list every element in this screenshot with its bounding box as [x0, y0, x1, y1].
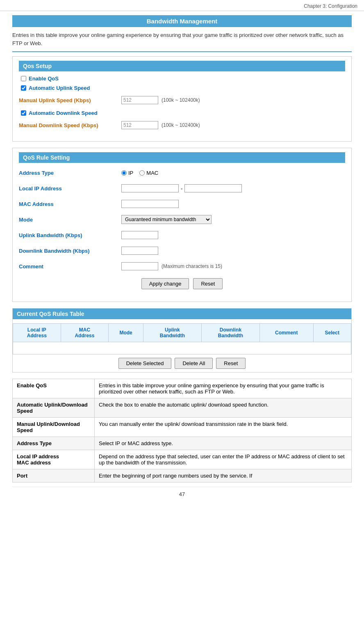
manual-uplink-row: Manual Uplink Speed (Kbps) (100k ~ 10240…	[19, 94, 345, 106]
enable-qos-label: Enable QoS	[29, 75, 59, 82]
col-downlink: DownlinkBandwidth	[201, 324, 259, 342]
page-number: 47	[12, 487, 352, 501]
comment-input[interactable]	[121, 262, 158, 270]
uplink-bw-input[interactable]	[121, 231, 158, 239]
desc-definition: Enter the beginning of port range number…	[95, 469, 352, 483]
ip-range-dash: -	[181, 185, 182, 192]
desc-table-row: Address Type Select IP or MAC address ty…	[13, 437, 352, 450]
chapter-header: Chapter 3: Configuration	[0, 0, 364, 11]
desc-definition: Depend on the address type that selected…	[95, 450, 352, 469]
desc-term: Port	[13, 469, 95, 483]
manual-uplink-label: Manual Uplink Speed (Kbps)	[19, 97, 121, 103]
current-qos-table: Local IPAddress MACAddress Mode UplinkBa…	[13, 323, 351, 354]
mode-label: Mode	[19, 217, 121, 223]
desc-definition: Entries in this table improve your onlin…	[95, 379, 352, 398]
col-local-ip: Local IPAddress	[13, 324, 61, 342]
desc-term: Address Type	[13, 437, 95, 450]
desc-definition: You can manually enter the uplink/ downl…	[95, 418, 352, 437]
desc-definition: Select IP or MAC address type.	[95, 437, 352, 450]
current-qos-table-section: Current QoS Rules Table Local IPAddress …	[12, 308, 352, 373]
manual-downlink-label: Manual Downlink Speed (Kbps)	[19, 122, 121, 128]
auto-downlink-row: Automatic Downlink Speed	[21, 110, 345, 116]
delete-selected-button[interactable]: Delete Selected	[118, 358, 172, 369]
downlink-bw-label: Downlink Bandwidth (Kbps)	[19, 248, 121, 254]
address-mac-label: MAC	[146, 170, 158, 176]
mac-address-row: MAC Address	[19, 198, 345, 210]
local-ip-label: Local IP Address	[19, 185, 121, 192]
desc-table-row: Local IP address MAC address Depend on t…	[13, 450, 352, 469]
downlink-range-hint: (100k ~ 102400k)	[162, 122, 200, 128]
comment-row: Comment (Maximum characters is 15)	[19, 261, 345, 272]
enable-qos-checkbox[interactable]	[21, 76, 26, 81]
description-table: Enable QoS Entries in this table improve…	[12, 379, 352, 483]
desc-table-row: Enable QoS Entries in this table improve…	[13, 379, 352, 398]
table-empty-row	[13, 342, 351, 354]
manual-downlink-input[interactable]	[121, 121, 158, 129]
qos-rule-title: QoS Rule Setting	[19, 152, 345, 163]
desc-term: Automatic Uplink/Download Speed	[13, 398, 95, 418]
desc-table-row: Port Enter the beginning of port range n…	[13, 469, 352, 483]
desc-term: Enable QoS	[13, 379, 95, 398]
table-reset-button[interactable]: Reset	[216, 358, 246, 369]
col-comment: Comment	[259, 324, 313, 342]
col-select: Select	[313, 324, 351, 342]
auto-uplink-row: Automatic Uplink Speed	[21, 85, 345, 91]
rule-button-row: Apply change Reset	[19, 278, 345, 289]
comment-label: Comment	[19, 263, 121, 270]
auto-uplink-checkbox[interactable]	[21, 85, 26, 91]
col-mac: MACAddress	[61, 324, 109, 342]
address-ip-label: IP	[128, 170, 133, 176]
auto-downlink-label: Automatic Downlink Speed	[29, 110, 98, 116]
ip-range-inputs: -	[121, 184, 242, 192]
desc-table-row: Automatic Uplink/Download Speed Check th…	[13, 398, 352, 418]
desc-table-row: Manual Uplink/Download Speed You can man…	[13, 418, 352, 437]
col-uplink: UplinkBandwidth	[143, 324, 201, 342]
uplink-bw-row: Uplink Bandwidth (Kbps)	[19, 229, 345, 241]
desc-term: Manual Uplink/Download Speed	[13, 418, 95, 437]
delete-all-button[interactable]: Delete All	[175, 358, 213, 369]
reset-button[interactable]: Reset	[193, 278, 223, 289]
divider	[12, 51, 352, 52]
address-ip-option[interactable]: IP	[121, 170, 133, 176]
current-table-title: Current QoS Rules Table	[13, 309, 351, 319]
local-ip-start-input[interactable]	[121, 184, 179, 192]
col-mode: Mode	[109, 324, 143, 342]
qos-setup-title: Qos Setup	[19, 61, 345, 71]
table-button-row: Delete Selected Delete All Reset	[13, 354, 351, 372]
mode-row: Mode Guaranteed minimum bandwidth	[19, 214, 345, 225]
qos-setup-section: Qos Setup Enable QoS Automatic Uplink Sp…	[12, 56, 352, 142]
uplink-bw-label: Uplink Bandwidth (Kbps)	[19, 232, 121, 238]
table-header-row: Local IPAddress MACAddress Mode UplinkBa…	[13, 324, 351, 342]
manual-downlink-row: Manual Downlink Speed (Kbps) (100k ~ 102…	[19, 119, 345, 131]
downlink-bw-row: Downlink Bandwidth (Kbps)	[19, 245, 345, 256]
mac-address-input[interactable]	[121, 200, 179, 208]
address-mac-option[interactable]: MAC	[139, 170, 158, 176]
main-title: Bandwidth Management	[12, 15, 352, 27]
desc-definition: Check the box to enable the automatic up…	[95, 398, 352, 418]
auto-uplink-label: Automatic Uplink Speed	[29, 85, 90, 91]
intro-text: Entries in this table improve your onlin…	[12, 31, 352, 47]
uplink-range-hint: (100k ~ 102400k)	[162, 97, 200, 103]
address-mac-radio[interactable]	[139, 170, 145, 176]
address-type-label: Address Type	[19, 170, 121, 176]
comment-hint: (Maximum characters is 15)	[162, 263, 222, 269]
qos-rule-section: QoS Rule Setting Address Type IP MAC Loc…	[12, 148, 352, 302]
address-type-radio-group: IP MAC	[121, 170, 158, 176]
downlink-bw-input[interactable]	[121, 247, 158, 255]
apply-change-button[interactable]: Apply change	[141, 278, 189, 289]
auto-downlink-checkbox[interactable]	[21, 110, 26, 116]
enable-qos-row: Enable QoS	[21, 75, 345, 82]
mac-address-label: MAC Address	[19, 201, 121, 207]
manual-uplink-input[interactable]	[121, 96, 158, 104]
mode-select[interactable]: Guaranteed minimum bandwidth	[121, 215, 212, 224]
local-ip-row: Local IP Address -	[19, 183, 345, 194]
address-type-row: Address Type IP MAC	[19, 167, 345, 178]
desc-term: Local IP address MAC address	[13, 450, 95, 469]
address-ip-radio[interactable]	[121, 170, 127, 176]
local-ip-end-input[interactable]	[184, 184, 242, 192]
